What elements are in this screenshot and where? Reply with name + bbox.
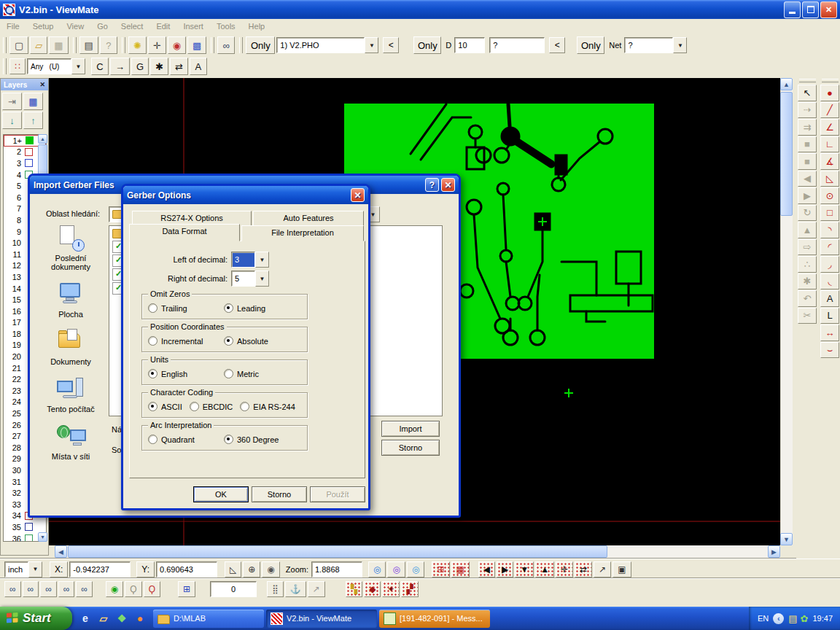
vector-jump-icon[interactable]: ↗ bbox=[308, 581, 325, 597]
spiral-locate-icon[interactable]: ◉ bbox=[262, 561, 279, 578]
vscroll-thumb[interactable] bbox=[780, 92, 793, 216]
import-button[interactable]: Import bbox=[381, 421, 440, 437]
menu-edit[interactable]: Edit bbox=[149, 20, 176, 33]
mirror-h-icon[interactable]: ◀ bbox=[798, 171, 817, 187]
lamp-outline-icon[interactable]: Ϙ bbox=[144, 581, 160, 597]
grid-axes-icon[interactable]: ⊞ bbox=[432, 561, 449, 578]
radio-metric[interactable]: Metric bbox=[224, 369, 259, 378]
menu-setup[interactable]: Setup bbox=[26, 20, 61, 33]
grid-add-icon[interactable]: ✛ bbox=[556, 561, 573, 578]
apply-button[interactable]: Použít bbox=[310, 486, 365, 502]
select-pointer-icon[interactable]: ↖ bbox=[798, 85, 817, 101]
chevron-down-icon[interactable]: ▼ bbox=[365, 37, 378, 53]
only-layer-button[interactable]: Only bbox=[246, 36, 275, 54]
extents-icon[interactable]: ↗ bbox=[594, 561, 611, 578]
dock-panel-icon[interactable]: ⇥ bbox=[2, 93, 22, 110]
dot-grid-icon[interactable]: ⣿ bbox=[267, 581, 284, 597]
radio-ebcdic[interactable]: EBCDIC bbox=[190, 402, 233, 411]
view-glasses-3-icon[interactable]: ∞ bbox=[40, 581, 57, 597]
draw-arc-3pt-icon[interactable]: ◞ bbox=[820, 256, 839, 273]
scroll-down-icon[interactable]: ▼ bbox=[780, 533, 793, 545]
y-coordinate-field[interactable]: 0.690643 bbox=[156, 561, 217, 578]
grid-swap-icon[interactable]: ⇄ bbox=[575, 561, 592, 578]
prev-layer-button[interactable]: < bbox=[383, 37, 399, 53]
zoom-value-field[interactable]: 1.8868 bbox=[311, 561, 362, 578]
chevron-down-icon[interactable]: ▼ bbox=[673, 37, 687, 53]
scroll-down-icon[interactable]: ▼ bbox=[38, 532, 47, 542]
window-titlebar[interactable]: V2.bin - ViewMate ✕ bbox=[0, 0, 840, 19]
draw-polyline-icon[interactable]: ∠ bbox=[820, 119, 839, 136]
counter-field[interactable]: 0 bbox=[210, 581, 257, 597]
array-icon[interactable]: ∴ bbox=[798, 256, 817, 273]
restore-button[interactable] bbox=[802, 1, 819, 18]
step-repeat-icon[interactable]: ⇨ bbox=[798, 239, 817, 256]
new-file-icon[interactable]: ▢ bbox=[9, 36, 28, 54]
draw-arc-cw-icon[interactable]: ◜ bbox=[820, 239, 839, 256]
lamp-off-icon[interactable]: Ϙ bbox=[125, 581, 141, 597]
place-recent[interactable]: Poslední dokumenty bbox=[36, 225, 106, 271]
window-select-icon[interactable]: ▣ bbox=[612, 561, 631, 578]
layer-up-icon[interactable]: ↑ bbox=[23, 112, 43, 129]
scroll-right-icon[interactable]: ▶ bbox=[768, 545, 780, 558]
rotate-icon[interactable]: ↻ bbox=[798, 205, 817, 222]
pattern-star-icon[interactable]: ✦ bbox=[382, 581, 400, 597]
layer-table-icon[interactable]: ▦ bbox=[23, 93, 43, 110]
menu-select[interactable]: Select bbox=[114, 20, 150, 33]
copy-icon[interactable]: ⇉ bbox=[798, 119, 817, 136]
radio-leading[interactable]: Leading bbox=[224, 303, 265, 313]
layer-down-icon[interactable]: ↓ bbox=[2, 112, 22, 129]
close-icon[interactable]: ✕ bbox=[441, 178, 455, 192]
clock[interactable]: 19:47 bbox=[812, 614, 833, 623]
hscroll-thumb[interactable] bbox=[68, 545, 607, 558]
chevron-down-icon[interactable]: ▼ bbox=[71, 58, 85, 74]
menu-insert[interactable]: Insert bbox=[176, 20, 210, 33]
radio-360-degree[interactable]: 360 Degree bbox=[224, 435, 279, 444]
prev-net-button[interactable]: < bbox=[549, 37, 565, 53]
fill-poly-icon[interactable]: ■ bbox=[798, 153, 817, 170]
toolbar-grip[interactable] bbox=[3, 58, 7, 74]
x-coordinate-field[interactable]: -0.942237 bbox=[69, 561, 131, 578]
view-glasses-5-icon[interactable]: ∞ bbox=[76, 581, 93, 597]
menu-tools[interactable]: Tools bbox=[210, 20, 242, 33]
tile-windows-icon[interactable]: ⊞ bbox=[178, 581, 195, 597]
close-icon[interactable]: ✕ bbox=[39, 81, 45, 88]
canvas-hscrollbar[interactable]: ◀ ▶ bbox=[55, 545, 780, 558]
draw-text-icon[interactable]: A bbox=[820, 290, 839, 307]
language-indicator[interactable]: EN bbox=[758, 614, 769, 623]
right-of-decimal-combo[interactable]: 5 ▼ bbox=[231, 271, 269, 287]
firefox-quicklaunch-icon[interactable]: ● bbox=[133, 611, 147, 626]
inspect-icon[interactable]: ∞ bbox=[217, 36, 235, 54]
taskbar-task[interactable]: D:\MLAB bbox=[153, 610, 264, 628]
scroll-up-icon[interactable]: ▲ bbox=[38, 134, 47, 144]
pan-down-icon[interactable]: ▼ bbox=[515, 561, 534, 578]
radio-trailing[interactable]: Trailing bbox=[148, 303, 224, 313]
zoom-lens-icon[interactable]: ◎ bbox=[368, 561, 386, 578]
x-label-button[interactable]: X: bbox=[50, 561, 68, 578]
close-button[interactable]: ✕ bbox=[820, 1, 837, 18]
y-label-button[interactable]: Y: bbox=[136, 561, 155, 578]
folder-quicklaunch-icon[interactable]: ▱ bbox=[96, 611, 111, 626]
taskbar-task[interactable]: V2.bin - ViewMate bbox=[266, 610, 377, 628]
draw-triangle-icon[interactable]: ◺ bbox=[820, 171, 839, 187]
menu-help[interactable]: Help bbox=[242, 20, 272, 33]
letter-g-tool-icon[interactable]: G bbox=[131, 58, 149, 75]
draw-teardrop-icon[interactable]: ⌣ bbox=[820, 342, 839, 359]
help-button[interactable]: ? bbox=[425, 178, 439, 192]
gerber-dialog-titlebar[interactable]: Gerber Options ✕ bbox=[123, 186, 368, 204]
minimize-button[interactable] bbox=[784, 1, 801, 18]
pattern-dots-icon[interactable]: ▞ bbox=[401, 581, 418, 597]
tray-icq-flower-icon[interactable]: ✿ bbox=[801, 613, 809, 624]
scroll-up-icon[interactable]: ▲ bbox=[780, 78, 793, 90]
draw-trace-icon[interactable]: ╱ bbox=[820, 102, 839, 119]
anchor-icon[interactable]: ⚓ bbox=[285, 581, 306, 597]
place-network[interactable]: Místa v síti bbox=[36, 424, 106, 461]
toolbar-grip[interactable] bbox=[211, 37, 214, 53]
toolbar-grip[interactable] bbox=[3, 37, 7, 53]
film-colors-icon[interactable]: ▩ bbox=[187, 36, 206, 54]
radio-absolute[interactable]: Absolute bbox=[224, 336, 268, 346]
place-desktop[interactable]: Plocha bbox=[36, 281, 106, 319]
open-file-icon[interactable]: ▱ bbox=[30, 36, 47, 54]
close-icon[interactable]: ✕ bbox=[351, 188, 365, 202]
storno-button[interactable]: Storno bbox=[252, 486, 307, 502]
mirror-v-icon[interactable]: ▶ bbox=[798, 187, 817, 204]
